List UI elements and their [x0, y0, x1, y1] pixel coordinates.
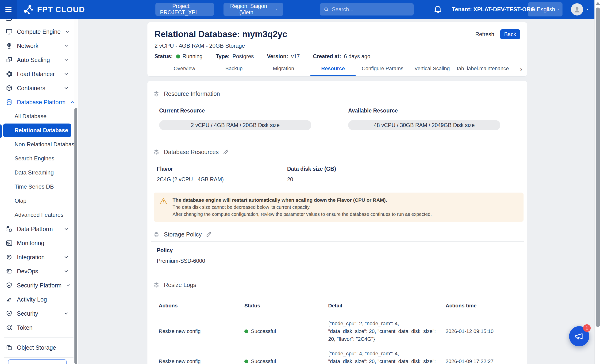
shield-icon: [6, 310, 13, 317]
sidebar-subitem-label: Data Streaming: [15, 169, 54, 176]
success-dot: [244, 360, 248, 363]
chevron-down-icon: [209, 7, 209, 12]
available-resource-block: Available Resource 48 vCPU / 30GB RAM / …: [337, 101, 527, 139]
status-running-dot: [176, 54, 180, 59]
region-selector[interactable]: Region: Saigon (Vietn...: [223, 3, 283, 16]
sidebar-subitem-label: Advanced Features: [15, 212, 63, 218]
edit-pencil-icon[interactable]: [206, 231, 212, 237]
sidebar-item-token[interactable]: Token: [0, 321, 78, 335]
page-scrollbar-thumb[interactable]: [596, 8, 600, 327]
tab-resource[interactable]: Resource: [308, 61, 358, 76]
table-row: Resize new config Successful {"node_cpu"…: [147, 316, 527, 346]
sidebar-item-monitoring[interactable]: Monitoring: [0, 236, 78, 250]
scrollbar-up-arrow[interactable]: [596, 2, 600, 5]
chevron-down-icon: [275, 7, 279, 12]
globe-stand-icon: [6, 42, 13, 49]
row-status: Successful: [244, 325, 328, 338]
tabs-more-chevron[interactable]: ›: [520, 65, 522, 73]
sidebar-item-label: Data Platform: [17, 226, 60, 233]
sidebar-item-devops[interactable]: DevOps: [0, 264, 78, 278]
layers-icon: [153, 91, 160, 97]
tab-maintenance[interactable]: tab_label.maintenance: [457, 61, 506, 76]
chevron-down-icon: [64, 71, 69, 77]
sidebar-subitem-label: Search Engines: [15, 155, 54, 162]
sidebar-item-security[interactable]: Security: [0, 306, 78, 321]
warning-line-2: The data disk size cannot be decreased b…: [172, 204, 432, 210]
sidebar-subitem-all-database[interactable]: All Database: [0, 109, 78, 123]
sidebar-item-label: Activity Log: [17, 296, 73, 303]
hamburger-icon: [4, 5, 12, 13]
sidebar-item-label: Security: [17, 310, 60, 317]
sidebar-collapse-button[interactable]: [8, 359, 67, 364]
section-title: Resource Information: [164, 91, 220, 97]
notifications-button[interactable]: [433, 4, 442, 15]
sidebar-item-object-storage[interactable]: Object Storage: [0, 341, 78, 354]
sidebar-subitem-non-relational-database[interactable]: Non-Relational Database: [0, 137, 78, 152]
sidebar-subitem-olap[interactable]: Olap: [0, 194, 78, 208]
gear-icon: [6, 254, 13, 261]
sidebar-subitem-data-streaming[interactable]: Data Streaming: [0, 166, 78, 180]
bell-icon: [433, 4, 442, 15]
refresh-button[interactable]: Refresh: [475, 31, 494, 38]
sidebar-divider: [4, 357, 73, 358]
sidebar-subitem-advanced-features[interactable]: Advanced Features: [0, 208, 78, 222]
edit-pencil-icon[interactable]: [223, 149, 229, 155]
avatar: [571, 3, 583, 16]
flavor-label: Flavor: [157, 166, 276, 172]
row-action: Resize new config: [159, 325, 244, 338]
sidebar-item-database-platform[interactable]: Database Platform: [0, 95, 78, 109]
cube-icon: [6, 85, 13, 91]
sidebar-item-label: Load Balancer: [17, 71, 60, 78]
logo-molecule-icon: [22, 3, 34, 16]
tab-migration[interactable]: Migration: [259, 61, 308, 76]
sidebar-item-activity-log[interactable]: Activity Log: [0, 292, 78, 306]
sidebar-scrollbar[interactable]: [74, 19, 78, 364]
version-value: v17: [291, 53, 300, 60]
notification-badge: 1: [583, 324, 591, 332]
resize-logs-table: Actions Status Detail Actions time Resiz…: [147, 295, 527, 364]
announcements-fab[interactable]: 1: [569, 326, 589, 346]
sidebar-item-security-platform[interactable]: Security Platform: [0, 278, 78, 292]
search-input[interactable]: [332, 6, 410, 13]
status-text: Successful: [251, 358, 276, 364]
sidebar-item-auto-scaling[interactable]: Auto Scaling: [0, 53, 78, 67]
sidebar-item-integration[interactable]: Integration: [0, 250, 78, 264]
sidebar-subitem-relational-database[interactable]: Relational Database: [0, 123, 78, 137]
sidebar-item-containers[interactable]: Containers: [0, 81, 78, 95]
pen-icon: [6, 296, 13, 303]
page-scrollbar[interactable]: [594, 0, 601, 364]
sidebar-item-label: DevOps: [17, 268, 60, 275]
chevron-down-icon: [64, 226, 69, 232]
chevron-down-icon: [585, 7, 590, 11]
sidebar-item-network[interactable]: Network: [0, 39, 78, 53]
flavor-value: 2C4G (2 vCPU - 4GB RAM): [157, 176, 276, 183]
sidebar-item-label: Integration: [17, 254, 60, 261]
user-menu[interactable]: [571, 3, 590, 16]
policy-block: Policy Premium-SSD-6000: [147, 242, 527, 272]
tab-configure-params[interactable]: Configure Params: [358, 61, 407, 76]
table-row: Resize new config Successful {"node_cpu"…: [147, 346, 527, 364]
sidebar-item-data-platform[interactable]: Data Platform: [0, 222, 78, 236]
chevron-down-icon: [64, 85, 69, 91]
sidebar-item-load-balancer[interactable]: Load Balancer: [0, 67, 78, 81]
tab-vertical-scaling[interactable]: Vertical Scaling: [407, 61, 457, 76]
tab-overview[interactable]: Overview: [160, 61, 209, 76]
selected-item-edge-indicator: [0, 124, 2, 138]
fpt-cloud-logo[interactable]: FPT CLOUD: [22, 3, 85, 16]
nodes-icon: [6, 71, 13, 78]
version-label: Version:: [267, 53, 288, 60]
project-selector[interactable]: Project: PROJECT_XPL...: [155, 3, 214, 16]
language-selector[interactable]: English: [528, 2, 562, 16]
sidebar-item-compute-engine[interactable]: Compute Engine: [0, 25, 78, 39]
instance-spec-subtitle: 2 vCPU - 4GB RAM - 20GB Storage: [147, 39, 527, 49]
sidebar-subitem-time-series-db[interactable]: Time Series DB: [0, 180, 78, 194]
sidebar-scrollbar-thumb[interactable]: [74, 108, 77, 364]
sidebar-subitem-search-engines[interactable]: Search Engines: [0, 152, 78, 166]
section-divider: [151, 159, 524, 159]
warning-line-1: The database engine will restart automat…: [172, 197, 432, 203]
tab-backup[interactable]: Backup: [209, 61, 259, 76]
sidebar-item-label: Compute Engine: [17, 28, 60, 35]
back-button[interactable]: Back: [500, 29, 520, 39]
chevron-down-icon: [557, 7, 560, 12]
hamburger-menu-button[interactable]: [0, 0, 17, 19]
